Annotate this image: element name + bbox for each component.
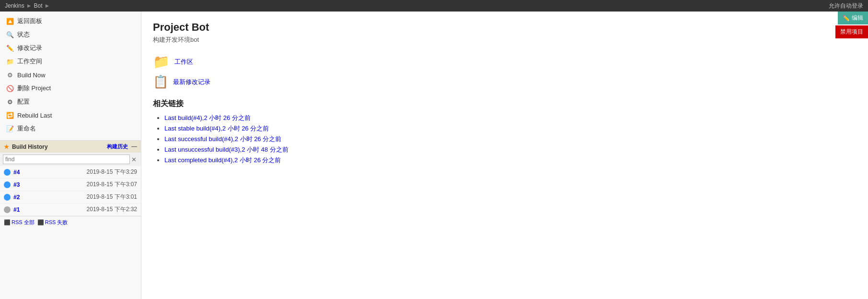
workspace-link-row: 📁 工作区 (153, 54, 856, 70)
changelog-link[interactable]: 最新修改记录 (173, 78, 210, 86)
list-item[interactable]: #1 2019-8-15 下午2:32 (0, 203, 141, 216)
sidebar-item-back[interactable]: 🔼 返回面板 (0, 14, 141, 28)
top-right-actions: 允许自动登录 (829, 2, 863, 10)
build-history-header: ★ Build History 构建历史 — (0, 141, 141, 153)
disable-project-button[interactable]: 禁用项目 (835, 25, 868, 38)
sidebar-item-label-workspace: 工作空间 (17, 57, 42, 66)
folder-icon-main: 📁 (153, 54, 170, 70)
build-search-bar: ✕ (0, 153, 141, 166)
sidebar-item-build-now[interactable]: ⚙ Build Now (0, 68, 141, 82)
sidebar-item-label-rename: 重命名 (17, 124, 36, 133)
folder-icon-nav: 📁 (6, 57, 14, 66)
up-arrow-icon: 🔼 (6, 17, 14, 25)
build-status-icon-1 (4, 206, 11, 213)
build-history-title: Build History (12, 144, 48, 150)
build-link-2[interactable]: #2 (13, 194, 28, 201)
build-icon: ⚙ (6, 71, 14, 79)
build-history-panel: ★ Build History 构建历史 — ✕ #4 2019-8-15 下午… (0, 140, 141, 228)
edit-btn-label: 编辑 (852, 14, 863, 22)
breadcrumb-jenkins[interactable]: Jenkins (5, 2, 24, 9)
build-search-clear-button[interactable]: ✕ (130, 156, 138, 163)
allow-auto-login-link[interactable]: 允许自动登录 (829, 2, 863, 9)
related-links-list: Last build(#4),2 小时 26 分之前 Last stable b… (153, 114, 856, 165)
sidebar-item-label-build-now: Build Now (17, 72, 46, 79)
rename-icon: 📝 (6, 124, 14, 133)
list-item[interactable]: #4 2019-8-15 下午3:29 (0, 166, 141, 179)
list-item: Last build(#4),2 小时 26 分之前 (164, 114, 856, 122)
breadcrumb-sep-1: ► (26, 2, 32, 9)
edit-button[interactable]: ✏️ 编辑 (838, 12, 868, 24)
related-link-4[interactable]: Last completed build(#4),2 小时 26 分之前 (164, 156, 281, 164)
build-link-3[interactable]: #3 (13, 181, 28, 188)
search-icon: 🔍 (6, 30, 14, 39)
delete-icon: 🚫 (6, 84, 14, 93)
breadcrumb: Jenkins ► Bot ► (5, 2, 50, 9)
rebuild-icon: 🔁 (6, 111, 14, 120)
sidebar: 🔼 返回面板 🔍 状态 ✏️ 修改记录 📁 工作空间 ⚙ Build Now 🚫 (0, 12, 141, 299)
rss-bar: ⬛ RSS 全部 ⬛ RSS 失败 (0, 216, 141, 228)
build-time-1: 2019-8-15 下午2:32 (87, 205, 137, 214)
build-history-link[interactable]: 构建历史 (107, 144, 128, 149)
sidebar-item-label-changelog: 修改记录 (17, 44, 42, 52)
sidebar-nav: 🔼 返回面板 🔍 状态 ✏️ 修改记录 📁 工作空间 ⚙ Build Now 🚫 (0, 12, 141, 138)
build-status-icon-3 (4, 181, 11, 188)
build-status-icon-4 (4, 169, 11, 176)
build-status-icon-2 (4, 194, 11, 201)
related-link-2[interactable]: Last successful build(#4),2 小时 26 分之前 (164, 135, 281, 143)
rss-all-link[interactable]: ⬛ RSS 全部 (4, 219, 35, 226)
rss-fail-icon: ⬛ (37, 219, 44, 226)
project-description: 构建开发环境bot (153, 36, 856, 44)
rss-fail-link[interactable]: ⬛ RSS 失败 (37, 219, 68, 226)
layout: 🔼 返回面板 🔍 状态 ✏️ 修改记录 📁 工作空间 ⚙ Build Now 🚫 (0, 12, 868, 299)
sidebar-item-status[interactable]: 🔍 状态 (0, 28, 141, 41)
project-title: Project Bot (153, 21, 856, 34)
related-links-title: 相关链接 (153, 99, 856, 109)
rss-fail-label: RSS 失败 (45, 219, 68, 226)
sidebar-item-delete[interactable]: 🚫 删除 Project (0, 82, 141, 95)
list-item: Last completed build(#4),2 小时 26 分之前 (164, 156, 856, 165)
build-history-dash: — (131, 143, 137, 150)
sidebar-item-label-status: 状态 (17, 30, 30, 39)
sidebar-item-label-back: 返回面板 (17, 17, 42, 25)
build-link-4[interactable]: #4 (13, 169, 28, 176)
sidebar-item-label-configure: 配置 (17, 97, 30, 106)
top-bar: Jenkins ► Bot ► 允许自动登录 (0, 0, 868, 12)
rss-all-label: RSS 全部 (12, 219, 35, 226)
build-history-header-right: 构建历史 — (107, 143, 137, 150)
gear-icon: ⚙ (6, 97, 14, 106)
workspace-link[interactable]: 工作区 (174, 58, 193, 66)
sidebar-item-label-rebuild: Rebuild Last (17, 112, 52, 119)
sidebar-item-changelog[interactable]: ✏️ 修改记录 (0, 41, 141, 55)
build-time-4: 2019-8-15 下午3:29 (87, 168, 137, 176)
related-link-3[interactable]: Last unsuccessful build(#3),2 小时 48 分之前 (164, 146, 289, 153)
sidebar-item-rename[interactable]: 📝 重命名 (0, 122, 141, 135)
related-link-0[interactable]: Last build(#4),2 小时 26 分之前 (164, 114, 251, 121)
right-actions: ✏️ 编辑 禁用项目 (835, 12, 868, 38)
rss-all-icon: ⬛ (4, 219, 11, 226)
breadcrumb-sep-2: ► (45, 2, 50, 9)
main-content: ✏️ 编辑 禁用项目 Project Bot 构建开发环境bot 📁 工作区 📋… (141, 12, 868, 299)
list-item[interactable]: #2 2019-8-15 下午3:01 (0, 191, 141, 203)
build-history-star-icon: ★ (4, 144, 9, 150)
sidebar-item-label-delete: 删除 Project (17, 84, 51, 93)
build-time-2: 2019-8-15 下午3:01 (87, 193, 137, 201)
changelog-icon: 📋 (153, 74, 168, 89)
list-item[interactable]: #3 2019-8-15 下午3:07 (0, 179, 141, 191)
related-links-section: 相关链接 Last build(#4),2 小时 26 分之前 Last sta… (153, 99, 856, 165)
build-time-3: 2019-8-15 下午3:07 (87, 180, 137, 189)
pencil-icon: ✏️ (6, 44, 14, 52)
build-link-1[interactable]: #1 (13, 206, 28, 213)
list-item: Last unsuccessful build(#3),2 小时 48 分之前 (164, 145, 856, 154)
related-link-1[interactable]: Last stable build(#4),2 小时 26 分之前 (164, 125, 269, 132)
build-history-header-left: ★ Build History (4, 144, 48, 150)
changelog-link-row: 📋 最新修改记录 (153, 74, 856, 89)
edit-icon: ✏️ (843, 15, 850, 22)
list-item: Last stable build(#4),2 小时 26 分之前 (164, 124, 856, 133)
breadcrumb-bot[interactable]: Bot (34, 2, 43, 9)
build-search-input[interactable] (3, 155, 130, 164)
sidebar-item-configure[interactable]: ⚙ 配置 (0, 95, 141, 108)
disable-btn-label: 禁用项目 (840, 28, 863, 35)
list-item: Last successful build(#4),2 小时 26 分之前 (164, 135, 856, 144)
sidebar-item-rebuild[interactable]: 🔁 Rebuild Last (0, 108, 141, 122)
sidebar-item-workspace[interactable]: 📁 工作空间 (0, 55, 141, 68)
